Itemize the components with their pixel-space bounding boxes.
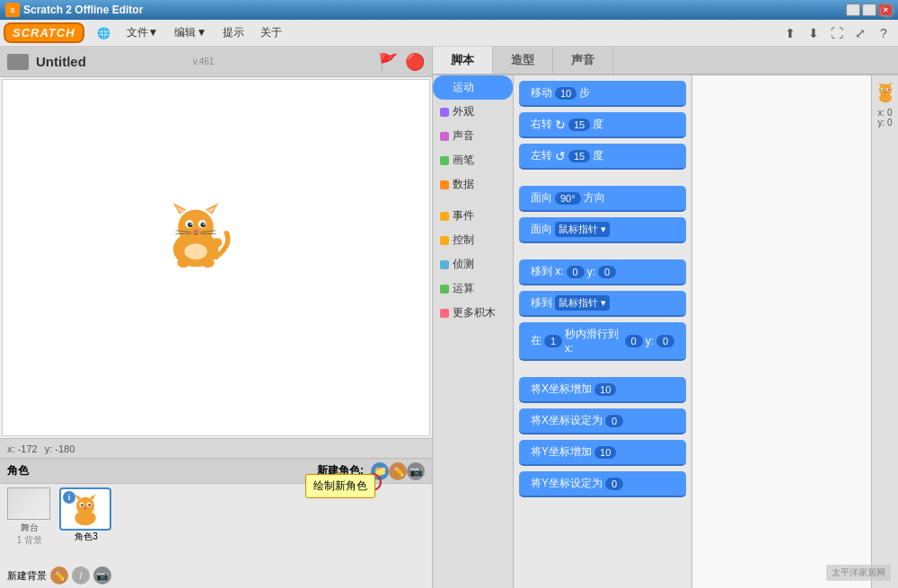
right-y-coord: y: 0: [877, 118, 892, 127]
green-flag-button[interactable]: 🚩: [378, 52, 398, 72]
stop-button[interactable]: 🔴: [405, 52, 425, 72]
svg-point-8: [188, 223, 192, 227]
block-set-y-text: 将Y坐标设定为: [531, 476, 603, 491]
main-layout: Untitled v.461 🚩 🔴: [0, 47, 898, 588]
gap2: [519, 249, 686, 256]
block-glide[interactable]: 在 1 秒内滑行到 x: 0 y: 0: [519, 322, 686, 361]
maximize-button[interactable]: □: [862, 4, 876, 16]
block-face-dir-input[interactable]: 90°: [555, 192, 581, 205]
block-goto-mouse[interactable]: 移到 鼠标指针 ▾: [519, 291, 686, 317]
tab-script[interactable]: 脚本: [433, 47, 493, 74]
sprite-panel-title: 角色: [7, 463, 29, 478]
motion-dot: [440, 83, 449, 92]
block-turn-right[interactable]: 右转 ↻ 15 度: [519, 112, 686, 138]
svg-point-37: [887, 89, 889, 91]
svg-point-36: [882, 89, 884, 91]
sprite-info-icon[interactable]: i: [63, 491, 75, 504]
looks-dot: [440, 108, 449, 117]
new-sprite-paint-button[interactable]: ✏️: [389, 462, 407, 480]
new-bg-camera-button[interactable]: 📷: [93, 566, 111, 584]
block-move-input[interactable]: 10: [555, 87, 577, 100]
block-change-y-input[interactable]: 10: [594, 446, 616, 459]
block-change-y[interactable]: 将Y坐标增加 10: [519, 440, 686, 466]
help-button[interactable]: ?: [873, 22, 894, 44]
blocks-area: 运动 外观 声音 画笔 数据: [433, 75, 898, 588]
block-goto-x[interactable]: 0: [567, 266, 585, 278]
category-panel: 运动 外观 声音 画笔 数据: [433, 75, 514, 588]
titlebar: S Scratch 2 Offline Editor ─ □ ✕: [0, 0, 898, 20]
block-change-x[interactable]: 将X坐标增加 10: [519, 377, 686, 403]
block-turn-left-suffix: 度: [593, 148, 603, 163]
new-bg-area: 新建背景 ✏️ / 📷: [0, 563, 432, 588]
about-menu[interactable]: 关于: [253, 22, 289, 43]
category-motion[interactable]: 运动: [433, 75, 513, 100]
turn-right-icon: ↻: [555, 118, 566, 132]
category-control-label: 控制: [453, 233, 474, 248]
new-bg-image-button[interactable]: /: [72, 566, 90, 584]
script-area[interactable]: [691, 75, 871, 588]
category-data[interactable]: 数据: [433, 172, 513, 197]
download-button[interactable]: ⬇: [803, 22, 824, 44]
sensing-dot: [440, 260, 449, 269]
category-control[interactable]: 控制: [433, 228, 513, 252]
category-sensing[interactable]: 侦测: [433, 252, 513, 276]
stage-icon: [7, 54, 29, 70]
block-goto-y[interactable]: 0: [598, 266, 616, 278]
fullscreen-button[interactable]: ⛶: [826, 22, 848, 44]
svg-point-29: [84, 507, 86, 510]
block-turn-right-suffix: 度: [593, 117, 603, 132]
block-glide-y[interactable]: 0: [656, 335, 674, 347]
block-glide-x[interactable]: 0: [625, 335, 643, 347]
block-glide-y-label: y:: [646, 335, 654, 347]
new-sprite-camera-button[interactable]: 📷: [407, 462, 425, 480]
new-bg-label: 新建背景: [7, 569, 47, 583]
block-turn-right-input[interactable]: 15: [568, 118, 590, 131]
category-sound[interactable]: 声音: [433, 124, 513, 148]
sprite-thumb-img: i: [59, 487, 111, 531]
upload-button[interactable]: ⬆: [779, 22, 801, 44]
tab-costume[interactable]: 造型: [493, 47, 553, 74]
block-face-mouse[interactable]: 面向 鼠标指针 ▾: [519, 217, 686, 243]
block-glide-secs[interactable]: 1: [544, 335, 562, 347]
category-more-label: 更多积木: [453, 305, 496, 320]
stage-thumbnail[interactable]: 舞台 1 背景: [7, 487, 52, 547]
tooltip-text: 绘制新角色: [313, 479, 367, 492]
globe-button[interactable]: 🌐: [90, 24, 118, 42]
category-events[interactable]: 事件: [433, 204, 513, 228]
category-more[interactable]: 更多积木: [433, 301, 513, 325]
control-dot: [440, 236, 449, 245]
edit-menu[interactable]: 编辑▼: [167, 22, 214, 43]
cat-separator: [433, 197, 513, 204]
block-turn-left-text: 左转: [531, 148, 552, 163]
sprite-cat3[interactable]: i 角色3: [59, 487, 113, 543]
tab-sound[interactable]: 声音: [553, 47, 613, 74]
stage-canvas[interactable]: [2, 79, 430, 436]
minimize-button[interactable]: ─: [846, 4, 860, 16]
new-bg-paint-button[interactable]: ✏️: [50, 566, 68, 584]
tips-menu[interactable]: 提示: [216, 22, 251, 43]
operators-dot: [440, 285, 449, 294]
block-goto-mouse-dropdown[interactable]: 鼠标指针 ▾: [555, 295, 610, 311]
block-set-y-input[interactable]: 0: [605, 478, 623, 490]
block-goto-xy[interactable]: 移到 x: 0 y: 0: [519, 259, 686, 285]
category-events-label: 事件: [453, 208, 474, 224]
right-panel: 脚本 造型 声音 运动 外观 声音: [433, 47, 898, 588]
block-set-x[interactable]: 将X坐标设定为 0: [519, 408, 686, 434]
category-looks[interactable]: 外观: [433, 100, 513, 124]
block-set-y[interactable]: 将Y坐标设定为 0: [519, 471, 686, 497]
version-label: v.461: [193, 57, 215, 66]
file-menu[interactable]: 文件▼: [119, 22, 166, 43]
resize-button[interactable]: ⤢: [850, 22, 871, 44]
block-set-x-input[interactable]: 0: [605, 415, 623, 427]
category-operators[interactable]: 运算: [433, 276, 513, 301]
block-change-x-input[interactable]: 10: [594, 383, 616, 396]
block-face-mouse-dropdown[interactable]: 鼠标指针 ▾: [555, 222, 610, 237]
more-dot: [440, 309, 449, 318]
block-turn-left-input[interactable]: 15: [568, 150, 590, 162]
block-move[interactable]: 移动 10 步: [519, 81, 686, 107]
block-face-dir[interactable]: 面向 90° 方向: [519, 186, 686, 212]
block-turn-left[interactable]: 左转 ↺ 15 度: [519, 144, 686, 170]
coord-y: y: -180: [45, 443, 75, 454]
category-pen[interactable]: 画笔: [433, 148, 513, 172]
block-goto-y-label: y:: [587, 266, 595, 278]
